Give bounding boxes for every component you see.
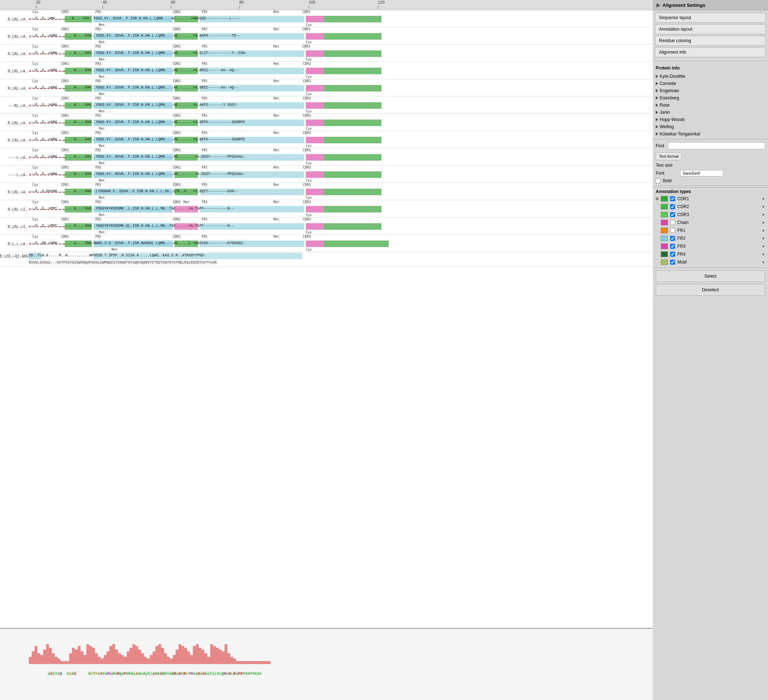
chain-menu-icon[interactable]: ▼ (762, 221, 765, 225)
cdr3-swatch (661, 212, 668, 218)
sequence-line: R.LRL.▷A. ---F..S..>AMH........K....VAV.… (0, 84, 653, 92)
fr4-checkbox[interactable] (670, 252, 675, 257)
divider4 (653, 268, 768, 268)
cdr3-checkbox[interactable] (670, 212, 675, 217)
janin-item[interactable]: Janin (653, 109, 768, 116)
motif-label: Motif (677, 259, 759, 265)
font-input[interactable] (680, 170, 723, 176)
ruler-tick-20: 20 (36, 0, 40, 4)
fr2-checkbox[interactable] (670, 236, 675, 241)
expand-icon (656, 103, 658, 107)
rose-item[interactable]: Rose (653, 101, 768, 109)
annot-type-fr4: FR4 ▼ (653, 250, 768, 258)
table-row: Cys CDR1 FR2 CDR2 FR3 Met CDR3 ---RL.▷A. (0, 96, 653, 114)
engelman-item[interactable]: Engelman (653, 87, 768, 95)
cdr1-menu-icon[interactable]: ▼ (762, 197, 765, 201)
fr1-swatch (661, 227, 668, 233)
sequence-line: E.LHI.▷QI.ADG. DD..TLW.G.....M..K.......… (0, 252, 653, 260)
fr3-menu-icon[interactable]: ▼ (762, 245, 765, 248)
fr3-label: FR3 (677, 244, 759, 249)
annot-type-fr3: FR3 ▼ (653, 242, 768, 250)
fr4-swatch (661, 251, 668, 257)
sequence-line: ----L.▷A. ---F..S..>AMH........K....VAV.… (0, 171, 653, 179)
table-row: Cys CDR1 FR2 CDR2 FR3 Met CDR3 R.LRL.▷A. (0, 62, 653, 79)
expand-icon (656, 89, 658, 93)
select-button[interactable]: Select (656, 271, 765, 282)
motif-menu-icon[interactable]: ▼ (762, 260, 765, 264)
seq-label: R.LRL.▷A. (0, 17, 29, 21)
expand-icon (656, 132, 658, 136)
table-row: Cys CDR1 FR2 CDR2 FR3 Met CDR3 R.LRL.▷A. (0, 183, 653, 200)
panel-header: ▶ Alignment Settings (653, 0, 768, 10)
kolaskar-tongaonkar-item[interactable]: Kolaskar-Tongaonkar (653, 130, 768, 138)
sequence-line: R.LRL.▷A. ---F..S..>AMH........K....VAV.… (0, 119, 653, 127)
fr2-label: FR2 (677, 236, 759, 241)
table-row: Cys CDR1 FR2 CDR2 FR3 Met CDR3 R.LRL.▷A. (0, 10, 653, 27)
sequence-line: R.LRL.▷I. ---F..S..>PMT........K....VAS.… (0, 205, 653, 213)
sequence-line: ----L.▷A. ---F..S..>AMH........K....VAV.… (0, 154, 653, 161)
alignment-info-button[interactable]: Alignment info (655, 47, 766, 57)
ruler-tick-60: 60 (171, 0, 175, 4)
table-row: Cys CDR1 FR2 CDR2 FR3 Met CDR3 R.L.L.▷A. (0, 235, 653, 252)
welling-item[interactable]: Welling (653, 123, 768, 130)
sequence-line: R.LRL.▷A. ---F..S..>AMH........K....VAV.… (0, 67, 653, 75)
panel-buttons: Sequence layout Annotation layout Residu… (653, 10, 768, 59)
deselect-button[interactable]: Deselect (656, 284, 765, 296)
bold-checkbox[interactable] (656, 178, 661, 183)
cdr3-menu-icon[interactable]: ▼ (762, 213, 765, 217)
ruler-tick-40: 40 (102, 0, 107, 4)
annot-type-fr2: FR2 ▼ (653, 234, 768, 242)
expand-icon (656, 82, 658, 85)
sequences-container[interactable]: Cys CDR1 FR2 CDR2 FR3 Met CDR3 R.LRL.▷A. (0, 10, 653, 628)
cdr2-checkbox[interactable] (670, 204, 675, 209)
fr1-label: FR1 (677, 228, 759, 233)
residue-coloring-button[interactable]: Residue coloring (655, 36, 766, 46)
alignment-icon: ▶ (656, 2, 661, 8)
find-row: Find (653, 141, 768, 151)
table-row: Cys CDR1 FR2 CDR2 FR3 Met CDR3 R.LRL.▷A. (0, 45, 653, 62)
eisenberg-item[interactable]: Eisenberg (653, 95, 768, 101)
cdr3-label: CDR3 (677, 212, 759, 217)
seq-visual: ---F..S..>MH........K....VAV..YDGS.kY..D… (29, 16, 653, 23)
annotation-layout-button[interactable]: Annotation layout (655, 24, 766, 34)
find-input[interactable] (668, 142, 765, 149)
conservation-seq1: aSlYsS CeAS GeTFsSYaMiHVRQAPGkGLEWvAyI3s… (29, 667, 653, 680)
fr3-swatch (661, 243, 668, 249)
ruler: 20 40 60 80 100 120 (0, 0, 653, 10)
annot-type-cdr3: CDR3 ▼ (653, 211, 768, 219)
cdr1-swatch (661, 196, 668, 202)
sequence-line: R.LRL.▷I. ---F..S..>PMT........K....VAS.… (0, 223, 653, 231)
motif-checkbox[interactable] (670, 259, 675, 265)
table-row: Cys CDR1 FR2 CDR2 FR3 Met CDR3 R.LRL.▷A. (0, 114, 653, 131)
hopp-woods-item[interactable]: Hopp-Woods (653, 116, 768, 123)
cornette-item[interactable]: Cornette (653, 80, 768, 87)
sequence-line: R.LRL.▷A. (0, 15, 653, 23)
text-format-button[interactable]: Text format (656, 152, 682, 160)
table-row: Cys CDR1 FR2 CDR2 FR3 Met CDR3 R.LRL.▷A. (0, 27, 653, 45)
table-row: Cys CDR1 FR2 CDR2 FR3 Met CDR3 R.LRL.▷A. (0, 79, 653, 96)
fr3-checkbox[interactable] (670, 244, 675, 249)
sequence-line: R.LRL.▷A. ---F..S.DS>MH........K....VAV.… (0, 188, 653, 196)
font-label: Font (656, 171, 677, 176)
fr4-menu-icon[interactable]: ▼ (762, 252, 765, 256)
ruler-tick-100: 100 (309, 0, 315, 4)
find-label: Find (656, 143, 667, 148)
text-size-label: Text size (656, 163, 677, 168)
fr2-menu-icon[interactable]: ▼ (762, 237, 765, 240)
chain-swatch (661, 219, 668, 226)
fr1-checkbox[interactable] (670, 228, 675, 233)
chain-checkbox[interactable] (670, 220, 675, 225)
conservation-area: aSlYsS CeAS GeTFsSYaMiHVRQAPGkGLEWvAyI3s… (0, 628, 653, 700)
ruler-tick-120: 120 (378, 0, 384, 4)
sequence-layout-button[interactable]: Sequence layout (655, 13, 766, 23)
cdr1-checkbox[interactable] (670, 196, 675, 201)
sequence-line: R.LRL.▷A. ---F..S..>AMH........K....VAV.… (0, 32, 653, 40)
fr1-menu-icon[interactable]: ▼ (762, 229, 765, 232)
expand-icon (656, 118, 658, 121)
text-size-row: Text size (653, 162, 768, 169)
annot-type-motif: Motif ▼ (653, 258, 768, 266)
cdr1-label: CDR1 (677, 196, 759, 201)
font-row: Font (653, 169, 768, 178)
cdr2-menu-icon[interactable]: ▼ (762, 205, 765, 209)
kyte-doolittle-item[interactable]: Kyte-Doolittle (653, 73, 768, 80)
